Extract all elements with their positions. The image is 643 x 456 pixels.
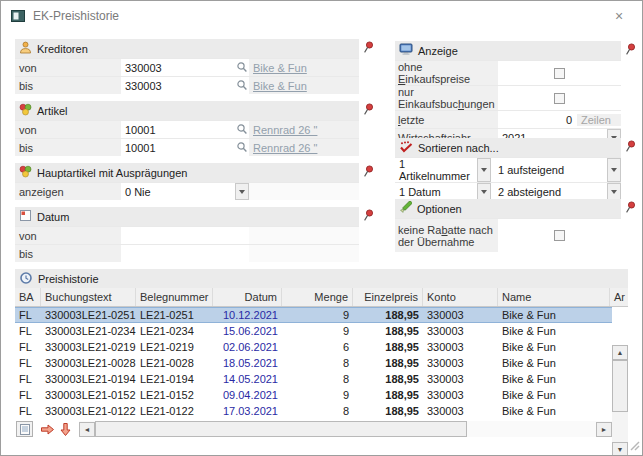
sort-field-2-dropdown[interactable]: 1 Datum xyxy=(395,183,491,200)
table-cell: 330003 xyxy=(423,371,498,387)
artikel-bis-input[interactable]: 10001 xyxy=(121,139,234,156)
scroll-right-icon[interactable] xyxy=(596,422,612,437)
title-bar[interactable]: EK-Preishistorie xyxy=(1,1,642,30)
vertical-scrollbar[interactable] xyxy=(612,345,628,456)
table-cell: 10.12.2021 xyxy=(213,308,282,322)
arrow-right-button[interactable] xyxy=(40,423,55,436)
group-title: Preishistorie xyxy=(38,273,99,285)
group-datum: Datum von bis xyxy=(15,207,387,262)
lookup-button[interactable] xyxy=(234,59,249,76)
app-window-icon xyxy=(11,9,25,23)
red-pushpin-icon[interactable] xyxy=(363,165,374,178)
table-cell: 330003 xyxy=(423,339,498,355)
horizontal-scrollbar-thumb[interactable] xyxy=(95,421,467,437)
sort-field-1-dropdown[interactable]: 1 Artikelnummer xyxy=(395,158,491,182)
scroll-up-icon[interactable] xyxy=(612,345,628,360)
colored-balls-icon xyxy=(19,165,32,180)
table-row[interactable]: FL330003LE21-0234LE21-023415.06.20219188… xyxy=(15,323,612,339)
kreditor-von-input[interactable]: 330003 xyxy=(121,59,234,76)
chevron-down-icon[interactable] xyxy=(607,158,621,182)
resize-grip-icon[interactable] xyxy=(628,439,640,453)
lookup-button[interactable] xyxy=(234,139,249,156)
chevron-down-icon[interactable] xyxy=(235,183,249,200)
artikel-von-row: von 10001 Rennrad 26 " xyxy=(15,120,359,138)
artikel-bis-row: bis 10001 Rennrad 26 " xyxy=(15,138,359,156)
chevron-down-icon[interactable] xyxy=(607,183,621,200)
table-cell: 330003LE21-0194 xyxy=(41,371,136,387)
red-pushpin-icon[interactable] xyxy=(363,103,374,116)
sort-order-2-dropdown[interactable]: 2 absteigend xyxy=(494,183,621,200)
column-header-buchungstext[interactable]: Buchungstext xyxy=(41,288,136,306)
red-pushpin-icon[interactable] xyxy=(625,201,636,214)
group-header-kreditoren: Kreditoren xyxy=(15,39,359,58)
letzte-zeilen-input[interactable]: 0 xyxy=(498,114,577,126)
sort-row-1: 1 Artikelnummer 1 aufsteigend xyxy=(395,157,621,182)
lookup-button[interactable] xyxy=(234,77,249,94)
red-pushpin-icon[interactable] xyxy=(363,209,374,222)
column-header-einzelpreis[interactable]: Einzelpreis xyxy=(353,288,423,306)
page-title: EK-Preishistorie xyxy=(33,9,119,23)
vertical-scrollbar-thumb[interactable] xyxy=(612,360,628,412)
table-settings-button[interactable] xyxy=(16,421,33,437)
table-row[interactable]: FL330003LE21-0028LE21-002818.05.20218188… xyxy=(15,355,612,371)
table-cell: 330003 xyxy=(423,387,498,403)
group-artikel: Artikel von 10001 Rennrad 26 " bis 10001… xyxy=(15,101,387,156)
sort-order-1-dropdown[interactable]: 1 aufsteigend xyxy=(494,158,621,182)
red-pushpin-icon[interactable] xyxy=(625,43,636,56)
kreditoren-bis-row: bis 330003 Bike & Fun xyxy=(15,76,359,94)
ohne-einkaufspreise-checkbox[interactable] xyxy=(554,68,565,79)
datum-von-row: von xyxy=(15,226,359,244)
table-cell: 18.05.2021 xyxy=(213,355,282,371)
artikel-bis-link[interactable]: Rennrad 26 " xyxy=(253,142,317,154)
calendar-icon xyxy=(19,209,32,224)
table-row[interactable]: FL330003LE21-0194LE21-019414.05.20218188… xyxy=(15,371,612,387)
group-hauptartikel: Hauptartikel mit Ausprägungen anzeigen 0… xyxy=(15,163,387,200)
datum-bis-input[interactable] xyxy=(121,245,249,262)
column-header-ar[interactable]: Ar xyxy=(610,288,628,306)
group-header-anzeige: Anzeige xyxy=(395,41,621,60)
datum-von-input[interactable] xyxy=(121,227,249,244)
table-cell: LE21-0219 xyxy=(136,339,213,355)
kreditor-von-link[interactable]: Bike & Fun xyxy=(253,62,307,74)
field-label: anzeigen xyxy=(15,183,121,200)
table-cell: LE21-0251 xyxy=(136,308,213,322)
artikel-von-input[interactable]: 10001 xyxy=(121,121,234,138)
column-header-ba[interactable]: BA xyxy=(15,288,41,306)
kreditor-bis-input[interactable]: 330003 xyxy=(121,77,234,94)
table-body: FL330003LE21-0251LE21-025110.12.20219188… xyxy=(15,307,612,419)
scroll-down-icon[interactable] xyxy=(612,442,628,456)
kreditor-bis-link[interactable]: Bike & Fun xyxy=(253,80,307,92)
table-row[interactable]: FL330003LE21-0122LE21-012217.03.20218188… xyxy=(15,403,612,419)
column-header-belegnummer[interactable]: Belegnummer xyxy=(136,288,213,306)
column-header-datum[interactable]: Datum xyxy=(213,288,282,306)
lookup-button[interactable] xyxy=(234,121,249,138)
arrow-down-button[interactable] xyxy=(59,422,72,437)
column-header-name[interactable]: Name xyxy=(498,288,610,306)
table-row[interactable]: FL330003LE21-0152LE21-015209.04.20219188… xyxy=(15,387,612,403)
close-icon[interactable] xyxy=(610,7,628,25)
keine-rabatte-checkbox[interactable] xyxy=(554,230,565,241)
field-label: bis xyxy=(15,245,121,262)
column-header-konto[interactable]: Konto xyxy=(423,288,498,306)
table-cell: 17.03.2021 xyxy=(213,403,282,419)
chevron-down-icon[interactable] xyxy=(477,183,491,200)
artikel-von-link[interactable]: Rennrad 26 " xyxy=(253,124,317,136)
table-cell: 9 xyxy=(282,308,353,322)
table-cell: LE21-0234 xyxy=(136,323,213,339)
chevron-down-icon[interactable] xyxy=(477,158,491,182)
nur-einkaufsbuchungen-checkbox[interactable] xyxy=(554,93,565,104)
group-title: Datum xyxy=(37,211,69,223)
table-row[interactable]: FL330003LE21-0219LE21-021902.06.20216188… xyxy=(15,339,612,355)
red-pushpin-icon[interactable] xyxy=(363,41,374,54)
red-pushpin-icon[interactable] xyxy=(625,140,636,153)
column-header-menge[interactable]: Menge xyxy=(282,288,353,306)
field-label: bis xyxy=(15,77,121,94)
table-cell: 188,95 xyxy=(353,308,423,322)
table-row[interactable]: FL330003LE21-0251LE21-025110.12.20219188… xyxy=(15,307,612,323)
horizontal-scrollbar[interactable] xyxy=(79,421,612,437)
table-header-row: BABuchungstextBelegnummerDatumMengeEinze… xyxy=(15,288,628,307)
anzeigen-dropdown[interactable]: 0 Nie xyxy=(121,183,249,200)
scroll-left-icon[interactable] xyxy=(79,422,95,437)
table-cell: FL xyxy=(15,339,41,355)
group-title: Sortieren nach... xyxy=(418,142,499,154)
